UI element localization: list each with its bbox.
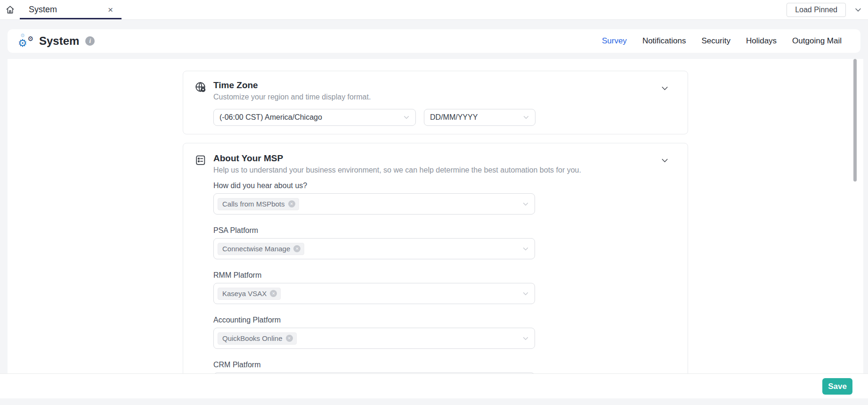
- info-icon[interactable]: i: [85, 36, 95, 46]
- selected-tag: Calls from MSPbots ×: [218, 198, 299, 210]
- tab-system[interactable]: System ×: [20, 0, 122, 19]
- chevron-down-icon: [522, 290, 529, 297]
- nav-tab-security[interactable]: Security: [701, 36, 730, 46]
- header-nav: Survey Notifications Security Holidays O…: [602, 36, 842, 46]
- date-format-select[interactable]: DD/MM/YYYY: [424, 109, 535, 126]
- home-icon: [6, 5, 15, 14]
- main-panel: Time Zone Customize your region and time…: [8, 59, 863, 373]
- timezone-selects-row: (-06:00 CST) America/Chicago DD/MM/YYYY: [213, 109, 676, 126]
- timezone-collapse-chevron-icon[interactable]: [661, 84, 669, 92]
- tag-remove-icon[interactable]: ×: [270, 290, 277, 297]
- chevron-down-icon: [522, 201, 529, 207]
- tag-remove-icon[interactable]: ×: [288, 200, 295, 207]
- chevron-down-icon: [403, 114, 410, 121]
- topbar-chevron-down-icon[interactable]: [854, 6, 862, 14]
- timezone-select-value: (-06:00 CST) America/Chicago: [214, 113, 322, 122]
- field-label: PSA Platform: [213, 226, 676, 235]
- msp-fields: How did you hear about us? Calls from MS…: [213, 181, 676, 373]
- tab-close-icon[interactable]: ×: [107, 5, 114, 14]
- field-label: CRM Platform: [213, 360, 676, 370]
- field-psa-platform: PSA Platform Connectwise Manage ×: [213, 226, 676, 259]
- home-button[interactable]: [0, 0, 20, 19]
- field-label: How did you hear about us?: [213, 181, 676, 190]
- accounting-platform-select[interactable]: QuickBooks Online ×: [213, 328, 535, 349]
- page-title: System: [39, 34, 79, 48]
- msp-card-title: About Your MSP: [213, 153, 581, 164]
- chevron-down-icon: [522, 246, 529, 252]
- nav-tab-notifications[interactable]: Notifications: [642, 36, 686, 46]
- tab-system-label: System: [29, 5, 57, 15]
- timezone-card: Time Zone Customize your region and time…: [183, 71, 688, 134]
- field-hear-about-us: How did you hear about us? Calls from MS…: [213, 181, 676, 215]
- globe-pin-icon: [195, 81, 207, 93]
- topbar-right: Load Pinned: [787, 0, 868, 19]
- field-label: Accounting Platform: [213, 315, 676, 325]
- chevron-down-icon: [523, 114, 529, 121]
- msp-card-header: About Your MSP Help us to understand you…: [195, 153, 676, 175]
- field-crm-platform: CRM Platform: [213, 360, 676, 373]
- chevron-down-icon: [522, 335, 529, 342]
- date-format-select-value: DD/MM/YYYY: [424, 113, 478, 122]
- selected-tag: QuickBooks Online ×: [218, 332, 297, 345]
- hear-about-us-select[interactable]: Calls from MSPbots ×: [213, 193, 535, 215]
- nav-tab-survey[interactable]: Survey: [602, 36, 627, 46]
- footer-bar: Save: [0, 373, 868, 398]
- system-gears-icon: ⚙ ⚙ ⚙: [17, 33, 34, 50]
- timezone-select[interactable]: (-06:00 CST) America/Chicago: [213, 109, 416, 126]
- msp-card: About Your MSP Help us to understand you…: [183, 143, 688, 373]
- selected-tag: Kaseya VSAX ×: [218, 288, 281, 300]
- timezone-card-subtitle: Customize your region and time display f…: [213, 92, 371, 102]
- msp-card-subtitle: Help us to understand your business envi…: [213, 165, 581, 175]
- timezone-card-title: Time Zone: [213, 80, 371, 91]
- page-header: ⚙ ⚙ ⚙ System i Survey Notifications Secu…: [8, 29, 860, 53]
- selected-tag: Connectwise Manage ×: [218, 243, 304, 255]
- field-rmm-platform: RMM Platform Kaseya VSAX ×: [213, 271, 676, 304]
- tag-remove-icon[interactable]: ×: [286, 335, 293, 342]
- save-button[interactable]: Save: [822, 378, 852, 395]
- rmm-platform-select[interactable]: Kaseya VSAX ×: [213, 283, 535, 304]
- tag-remove-icon[interactable]: ×: [293, 245, 300, 252]
- load-pinned-button[interactable]: Load Pinned: [787, 3, 846, 17]
- top-tab-bar: System × Load Pinned: [0, 0, 868, 20]
- field-accounting-platform: Accounting Platform QuickBooks Online ×: [213, 315, 676, 349]
- nav-tab-outgoing-mail[interactable]: Outgoing Mail: [792, 36, 842, 46]
- nav-tab-holidays[interactable]: Holidays: [746, 36, 777, 46]
- psa-platform-select[interactable]: Connectwise Manage ×: [213, 238, 535, 259]
- msp-collapse-chevron-icon[interactable]: [661, 157, 669, 165]
- field-label: RMM Platform: [213, 271, 676, 280]
- timezone-card-header: Time Zone Customize your region and time…: [195, 80, 676, 102]
- checklist-icon: [195, 154, 207, 166]
- vertical-scrollbar[interactable]: [853, 59, 857, 182]
